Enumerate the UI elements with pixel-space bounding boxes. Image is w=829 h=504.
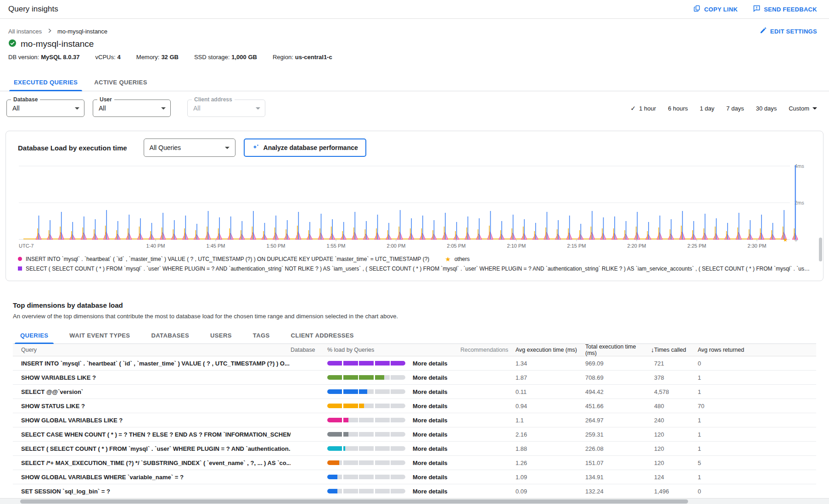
- chevron-down-icon: [161, 107, 166, 110]
- query-text[interactable]: SHOW GLOBAL VARIABLES LIKE ?: [13, 417, 291, 424]
- column-database[interactable]: Database: [291, 347, 327, 353]
- tab-databases[interactable]: DATABASES: [144, 328, 196, 343]
- detail-vcpus: vCPUs:4: [95, 54, 121, 61]
- query-text[interactable]: SHOW GLOBAL VARIABLES WHERE `variable_na…: [13, 474, 291, 481]
- query-text[interactable]: SELECT CASE WHEN COUNT ( * ) = ? THEN ? …: [13, 431, 291, 438]
- more-details-link[interactable]: More details: [413, 460, 448, 466]
- horizontal-scrollbar[interactable]: [0, 498, 829, 504]
- analyze-button-label: Analyze database performance: [263, 144, 358, 151]
- tab-active-queries[interactable]: ACTIVE QUERIES: [86, 74, 155, 91]
- column-recommendations[interactable]: Recommendations: [460, 347, 515, 353]
- column-times-called[interactable]: Times called: [654, 347, 698, 353]
- time-range-30-days[interactable]: 30 days: [756, 105, 777, 112]
- load-cell: More details: [327, 431, 460, 438]
- tab-executed-queries[interactable]: EXECUTED QUERIES: [6, 74, 86, 91]
- tab-wait-event-types[interactable]: WAIT EVENT TYPES: [62, 328, 137, 343]
- query-filter-select[interactable]: All Queries: [144, 138, 235, 157]
- load-bar-segment: [391, 389, 405, 394]
- more-details-link[interactable]: More details: [413, 488, 448, 495]
- top-bar: Query insights COPY LINK SEND FEEDBACK: [0, 0, 829, 19]
- send-feedback-label: SEND FEEDBACK: [764, 6, 817, 13]
- table-row[interactable]: SELECT /*+ MAX_EXECUTION_TIME (?) */ `SU…: [13, 456, 816, 470]
- total-execution-time-value: 969.09: [585, 360, 654, 367]
- database-load-chart[interactable]: 4ms2ms0UTC-71:40 PM1:45 PM1:50 PM1:55 PM…: [18, 161, 817, 251]
- table-row[interactable]: SET SESSION `sql_log_bin` = ?More detail…: [13, 484, 816, 498]
- load-bar-segment: [391, 375, 405, 380]
- user-filter-value: All: [99, 105, 161, 112]
- more-details-link[interactable]: More details: [413, 417, 448, 424]
- query-text[interactable]: SHOW VARIABLES LIKE ?: [13, 374, 291, 381]
- query-text[interactable]: SHOW STATUS LIKE ?: [13, 403, 291, 410]
- horizontal-scrollbar-thumb[interactable]: [20, 499, 688, 504]
- column-query[interactable]: Query: [13, 347, 291, 353]
- load-bar: [327, 375, 405, 380]
- table-row[interactable]: SHOW GLOBAL VARIABLES LIKE ?More details…: [13, 413, 816, 427]
- svg-text:2:00 PM: 2:00 PM: [387, 243, 406, 249]
- load-bar-segment: [359, 432, 374, 437]
- load-bar-segment: [375, 418, 390, 422]
- legend-insert-heartbeat[interactable]: INSERT INTO `mysql` . `heartbeat` ( `id`…: [26, 256, 429, 262]
- svg-text:2:20 PM: 2:20 PM: [627, 243, 646, 249]
- query-text[interactable]: SET SESSION `sql_log_bin` = ?: [13, 488, 291, 495]
- tab-client-addresses[interactable]: CLIENT ADDRESSES: [284, 328, 361, 343]
- times-called-value: 480: [654, 403, 698, 410]
- more-details-link[interactable]: More details: [413, 431, 448, 438]
- column-avg-rows-returned[interactable]: Avg rows returned: [698, 347, 757, 353]
- tab-users[interactable]: USERS: [203, 328, 239, 343]
- tab-queries[interactable]: QUERIES: [13, 328, 56, 343]
- more-details-link[interactable]: More details: [413, 445, 448, 452]
- table-row[interactable]: INSERT INTO `mysql` . `heartbeat` ( `id`…: [13, 356, 816, 371]
- time-range-7-days[interactable]: 7 days: [726, 105, 744, 112]
- time-range-custom[interactable]: Custom: [789, 105, 817, 112]
- edit-settings-button[interactable]: EDIT SETTINGS: [760, 27, 817, 35]
- legend-select-iam[interactable]: SELECT ( SELECT COUNT ( * ) FROM `mysql`…: [26, 266, 812, 272]
- column-load[interactable]: % load by Queries: [327, 347, 460, 353]
- table-row[interactable]: SHOW STATUS LIKE ?More details0.94451.66…: [13, 399, 816, 413]
- load-bar-segment: [391, 489, 405, 493]
- time-range-1-day[interactable]: 1 day: [700, 105, 715, 112]
- legend-others[interactable]: others: [454, 256, 470, 262]
- edit-settings-label: EDIT SETTINGS: [770, 28, 817, 35]
- chart-legend: INSERT INTO `mysql` . `heartbeat` ( `id`…: [18, 253, 812, 276]
- load-bar-segment: [391, 446, 405, 451]
- total-execution-time-value: 451.66: [585, 403, 654, 410]
- dimension-tabs: QUERIES WAIT EVENT TYPES DATABASES USERS…: [13, 328, 816, 344]
- copy-link-button[interactable]: COPY LINK: [694, 5, 738, 13]
- table-row[interactable]: SELECT ( SELECT COUNT ( * ) FROM `mysql`…: [13, 442, 816, 456]
- avg-rows-returned-value: 0: [698, 360, 757, 367]
- breadcrumb-current: mo-mysql-instance: [57, 28, 107, 35]
- table-row[interactable]: SHOW GLOBAL VARIABLES WHERE `variable_na…: [13, 470, 816, 484]
- times-called-value: 721: [654, 360, 698, 367]
- load-bar-segment: [327, 361, 342, 366]
- query-text[interactable]: SELECT ( SELECT COUNT ( * ) FROM `mysql`…: [13, 445, 291, 452]
- svg-text:1:45 PM: 1:45 PM: [207, 243, 225, 249]
- more-details-link[interactable]: More details: [413, 403, 448, 410]
- total-execution-time-value: 134.91: [585, 474, 654, 481]
- legend-square-marker: [18, 266, 22, 271]
- database-filter-select[interactable]: Database All: [6, 100, 84, 117]
- more-details-link[interactable]: More details: [413, 388, 448, 395]
- time-range-1-hour[interactable]: ✓ 1 hour: [631, 105, 656, 112]
- send-feedback-button[interactable]: SEND FEEDBACK: [753, 5, 817, 13]
- more-details-link[interactable]: More details: [413, 374, 448, 381]
- user-filter-select[interactable]: User All: [93, 100, 171, 117]
- table-row[interactable]: SHOW VARIABLES LIKE ?More details1.87708…: [13, 371, 816, 385]
- breadcrumb: All instances mo-mysql-instance: [8, 28, 107, 35]
- analyze-database-performance-button[interactable]: Analyze database performance: [244, 138, 366, 157]
- query-text[interactable]: INSERT INTO `mysql` . `heartbeat` ( `id`…: [13, 360, 291, 367]
- legend-scrollbar[interactable]: [819, 238, 822, 261]
- query-text[interactable]: SELECT @@`version`: [13, 388, 291, 395]
- load-bar-segment: [327, 460, 342, 465]
- column-avg-execution-time[interactable]: Avg execution time (ms): [515, 347, 585, 353]
- column-total-execution-time[interactable]: Total execution time (ms)↓: [585, 343, 654, 356]
- table-row[interactable]: SELECT CASE WHEN COUNT ( * ) = ? THEN ? …: [13, 427, 816, 442]
- breadcrumb-all-instances[interactable]: All instances: [8, 28, 42, 35]
- tab-tags[interactable]: TAGS: [246, 328, 277, 343]
- query-text[interactable]: SELECT /*+ MAX_EXECUTION_TIME (?) */ `SU…: [13, 460, 291, 466]
- more-details-link[interactable]: More details: [413, 360, 448, 367]
- time-range-6-hours[interactable]: 6 hours: [668, 105, 688, 112]
- more-details-link[interactable]: More details: [413, 474, 448, 481]
- avg-rows-returned-value: 1: [698, 445, 757, 452]
- table-row[interactable]: SELECT @@`version`More details0.11494.42…: [13, 385, 816, 399]
- time-range-selector: ✓ 1 hour 6 hours 1 day 7 days 30 days Cu…: [631, 105, 817, 112]
